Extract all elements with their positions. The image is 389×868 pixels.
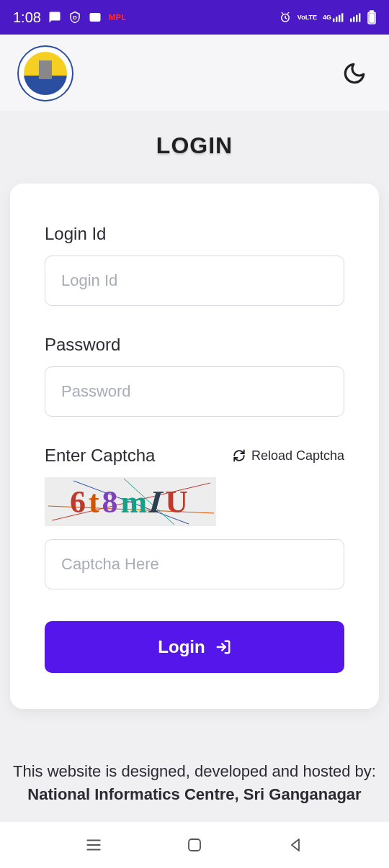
battery-icon — [367, 10, 376, 24]
hamburger-icon — [84, 836, 103, 854]
logo-graphic — [24, 52, 67, 95]
theme-toggle-button[interactable] — [337, 56, 372, 91]
moon-icon — [342, 61, 367, 86]
captcha-text: 6t8mIU — [70, 484, 191, 520]
login-button[interactable]: Login — [45, 621, 344, 673]
square-icon — [186, 836, 203, 854]
nav-back-button[interactable] — [282, 832, 308, 858]
chat-icon — [48, 11, 61, 24]
status-time: 1:08 — [13, 9, 41, 26]
signal-icon — [350, 12, 362, 22]
captcha-label: Enter Captcha — [45, 446, 155, 466]
nav-recent-button[interactable] — [81, 832, 107, 858]
page-content: LOGIN Login Id Password Enter Captcha Re… — [0, 112, 389, 709]
captcha-image: 6t8mIU — [45, 477, 216, 526]
nav-home-button[interactable] — [182, 832, 207, 858]
network-label: 4G — [323, 14, 331, 21]
app-logo — [17, 45, 73, 101]
svg-rect-8 — [353, 17, 354, 22]
svg-rect-7 — [350, 19, 352, 22]
password-label: Password — [45, 335, 344, 355]
mpl-badge: MPL — [109, 13, 127, 22]
footer-credit: This website is designed, developed and … — [0, 760, 389, 806]
login-id-input[interactable] — [45, 256, 344, 306]
alarm-icon — [279, 11, 292, 24]
login-arrow-icon — [215, 639, 231, 655]
svg-rect-4 — [336, 17, 337, 22]
svg-text:D: D — [73, 14, 77, 21]
captcha-group: Enter Captcha Reload Captcha 6t8mIU — [45, 446, 344, 589]
svg-rect-6 — [341, 13, 343, 22]
triangle-back-icon — [287, 836, 304, 854]
captcha-header-row: Enter Captcha Reload Captcha — [45, 446, 344, 466]
svg-rect-13 — [370, 14, 374, 22]
svg-rect-5 — [339, 15, 340, 22]
svg-rect-22 — [189, 839, 200, 851]
app-badge-icon — [89, 11, 102, 24]
svg-rect-3 — [333, 19, 334, 22]
page-title: LOGIN — [10, 132, 379, 159]
status-left: 1:08 D MPL — [13, 9, 127, 26]
android-status-bar: 1:08 D MPL VoLTE 4G — [0, 0, 389, 35]
svg-rect-12 — [370, 11, 373, 12]
app-header — [0, 35, 389, 112]
volte-label: VoLTE — [298, 14, 317, 21]
reload-captcha-label: Reload Captcha — [251, 448, 344, 464]
reload-icon — [233, 449, 246, 462]
status-right: VoLTE 4G — [279, 10, 376, 24]
login-id-label: Login Id — [45, 224, 344, 244]
login-id-group: Login Id — [45, 224, 344, 306]
svg-rect-1 — [89, 13, 100, 22]
volte-icon: VoLTE — [298, 14, 317, 21]
footer-prefix: This website is designed, developed and … — [13, 762, 376, 780]
signal-4g-icon: 4G — [323, 12, 344, 22]
reload-captcha-button[interactable]: Reload Captcha — [233, 448, 344, 464]
password-group: Password — [45, 335, 344, 417]
svg-rect-10 — [359, 13, 360, 22]
shield-d-icon: D — [68, 11, 81, 24]
login-button-label: Login — [158, 637, 205, 657]
captcha-input[interactable] — [45, 539, 344, 589]
svg-rect-9 — [356, 15, 357, 22]
android-nav-bar — [0, 822, 389, 868]
login-card: Login Id Password Enter Captcha Reload C… — [10, 184, 379, 709]
footer-org: National Informatics Centre, Sri Gangana… — [27, 785, 361, 803]
password-input[interactable] — [45, 366, 344, 417]
